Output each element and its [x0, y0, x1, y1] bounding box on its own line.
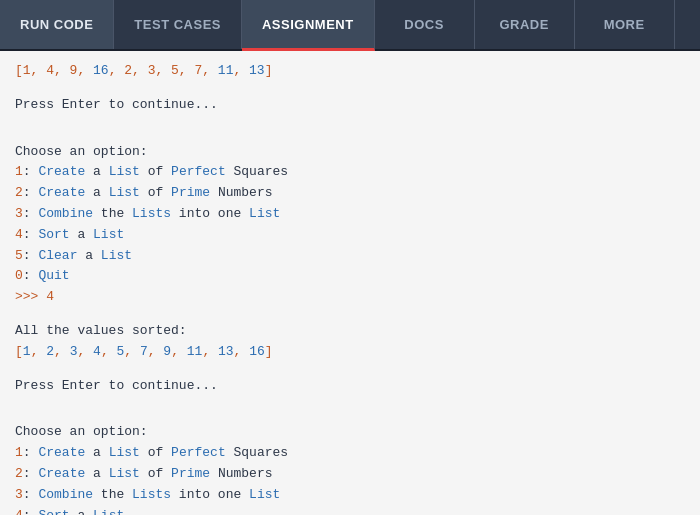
navbar: RUN CODE TEST CASES ASSIGNMENT DOCS GRAD… [0, 0, 700, 51]
output-opt1: 1: Create a List of Perfect Squares [15, 162, 685, 183]
output-press-enter-1: Press Enter to continue... [15, 95, 685, 116]
nav-docs[interactable]: DOCS [375, 0, 475, 49]
output-opt4: 4: Sort a List [15, 225, 685, 246]
nav-run-code[interactable]: RUN CODE [0, 0, 114, 49]
output-choose-2: Choose an option: [15, 422, 685, 443]
code-output: [1, 4, 9, 16, 2, 3, 5, 7, 11, 13] Press … [15, 61, 685, 515]
nav-grade[interactable]: GRADE [475, 0, 575, 49]
output-opt2: 2: Create a List of Prime Numbers [15, 183, 685, 204]
output-prompt-1: >>> 4 [15, 287, 685, 308]
output-opt2b: 2: Create a List of Prime Numbers [15, 464, 685, 485]
output-opt5: 5: Clear a List [15, 246, 685, 267]
output-opt3: 3: Combine the Lists into one List [15, 204, 685, 225]
output-line-list1: [1, 4, 9, 16, 2, 3, 5, 7, 11, 13] [15, 61, 685, 82]
nav-more[interactable]: MORE [575, 0, 675, 49]
output-sorted-list: [1, 2, 3, 4, 5, 7, 9, 11, 13, 16] [15, 342, 685, 363]
output-opt1b: 1: Create a List of Perfect Squares [15, 443, 685, 464]
output-area[interactable]: [1, 4, 9, 16, 2, 3, 5, 7, 11, 13] Press … [0, 51, 700, 515]
output-sorted-label: All the values sorted: [15, 321, 685, 342]
output-opt4b: 4: Sort a List [15, 506, 685, 515]
output-opt3b: 3: Combine the Lists into one List [15, 485, 685, 506]
nav-test-cases[interactable]: TEST CASES [114, 0, 242, 49]
output-choose-1: Choose an option: [15, 142, 685, 163]
nav-assignment[interactable]: ASSIGNMENT [242, 0, 375, 51]
output-opt0: 0: Quit [15, 266, 685, 287]
output-press-enter-2: Press Enter to continue... [15, 376, 685, 397]
